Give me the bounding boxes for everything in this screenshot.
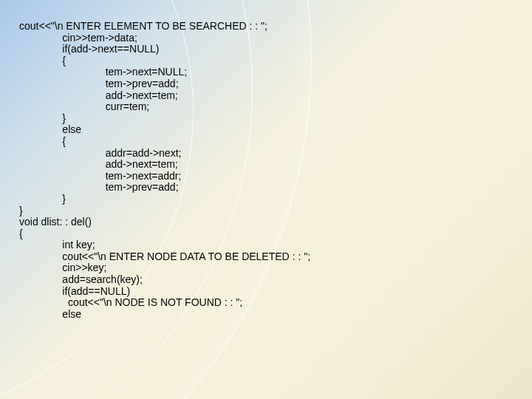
code-block: cout<<"\n ENTER ELEMENT TO BE SEARCHED :… xyxy=(19,21,310,320)
slide-background: cout<<"\n ENTER ELEMENT TO BE SEARCHED :… xyxy=(0,0,532,399)
